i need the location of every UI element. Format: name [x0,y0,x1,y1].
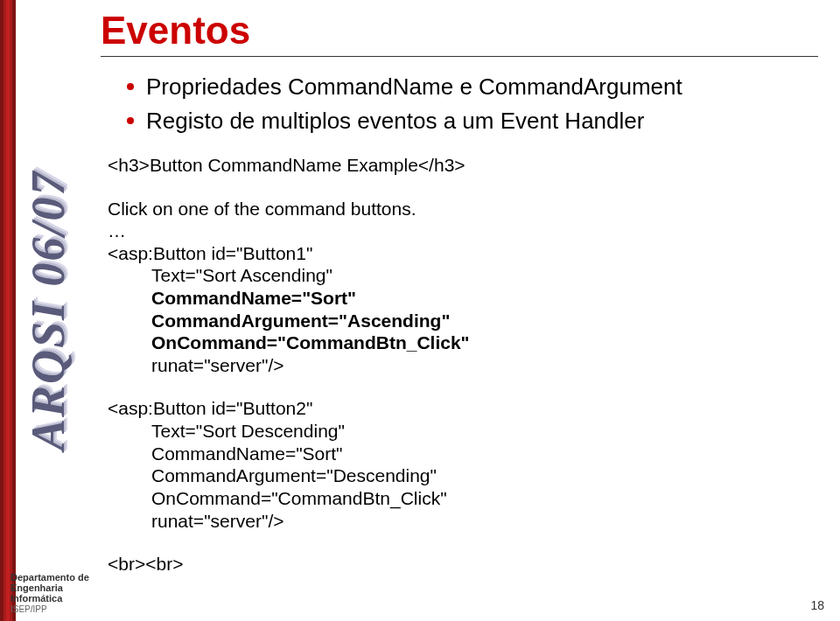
bullet-item: Propriedades CommandName e CommandArgume… [127,73,818,101]
footer-line3: ISEP/IPP [10,604,116,614]
code-line: Click on one of the command buttons. [108,198,818,220]
slide-content: Eventos Propriedades CommandName e Comma… [101,9,818,576]
code-line: … [108,220,818,242]
code-block: <h3>Button CommandName Example</h3> Clic… [108,154,818,576]
title-rule [101,56,818,57]
vertical-title: ARQSI 06/07 [21,170,75,450]
code-line: runat="server"/> [108,354,818,377]
footer-logo: Departamento de Engenharia Informática I… [10,572,116,614]
code-line: <h3>Button CommandName Example</h3> [108,154,818,177]
slide-title: Eventos [101,9,818,52]
code-line: Text="Sort Descending" [108,420,818,443]
code-line: CommandName="Sort" [108,443,818,465]
bullet-text: Registo de multiplos eventos a um Event … [146,107,644,136]
code-line: <br><br> [108,553,818,576]
code-line: Text="Sort Ascending" [108,264,818,287]
code-line: OnCommand="CommandBtn_Click" [108,487,818,510]
bullet-item: Registo de multiplos eventos a um Event … [127,107,818,136]
code-line: CommandName="Sort" [108,287,818,310]
sidebar: ARQSI 06/07 [0,0,92,621]
code-line: <asp:Button id="Button1" [108,242,818,265]
bullet-dot-icon [127,117,134,124]
footer-line2: Engenharia Informática [10,583,116,604]
bullet-list: Propriedades CommandName e CommandArgume… [127,73,818,135]
code-line: OnCommand="CommandBtn_Click" [108,331,818,354]
footer-line1: Departamento de [10,572,116,583]
page-number: 18 [810,598,824,612]
bullet-dot-icon [127,83,134,90]
sidebar-stripe-core [6,0,10,621]
code-line: <asp:Button id="Button2" [108,397,818,420]
bullet-text: Propriedades CommandName e CommandArgume… [146,73,682,101]
code-line: runat="server"/> [108,510,818,533]
code-line: CommandArgument="Ascending" [108,310,818,332]
code-line: CommandArgument="Descending" [108,464,818,487]
